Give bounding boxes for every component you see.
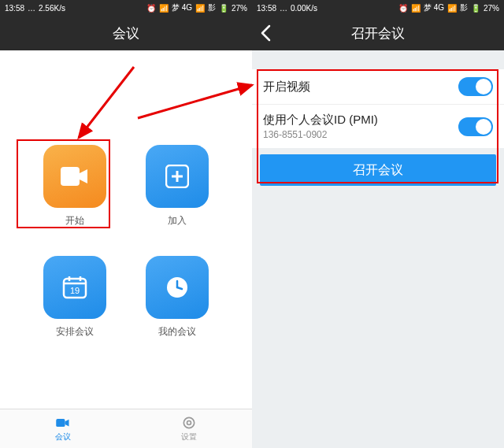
enable-video-label: 开启视频 (263, 80, 310, 94)
tab-meetings[interactable]: 会议 (0, 409, 126, 448)
meetings-body: 开始 加入 19 安排会议 (0, 50, 252, 409)
alarm-icon: ⏰ (398, 4, 408, 13)
svg-rect-0 (61, 167, 80, 186)
tile-start[interactable]: 开始 (24, 145, 126, 228)
row-enable-video[interactable]: 开启视频 (252, 69, 504, 104)
start-meeting-body: 开启视频 使用个人会议ID (PMI) 136-8551-0902 召开会议 (252, 50, 504, 448)
carrier-1: 梦 4G (424, 2, 444, 13)
toggle-use-pmi[interactable] (458, 117, 493, 136)
screen-meetings-home: 13:58 … 2.56K/s ⏰ 📶 梦 4G 📶 影 🔋 27% 会议 (0, 0, 252, 448)
svg-text:19: 19 (70, 286, 80, 295)
chevron-left-icon (260, 24, 271, 42)
signal-icon: 📶 (411, 4, 421, 13)
row-use-pmi[interactable]: 使用个人会议ID (PMI) 136-8551-0902 (252, 104, 504, 148)
tile-start-label: 开始 (65, 214, 84, 228)
use-pmi-label: 使用个人会议ID (PMI) (263, 113, 378, 128)
screen-start-meeting: 13:58 … 0.00K/s ⏰ 📶 梦 4G 📶 影 🔋 27% 召开会议 (252, 0, 504, 448)
tile-schedule[interactable]: 19 安排会议 (24, 256, 126, 339)
alarm-icon: ⏰ (146, 4, 156, 13)
plus-icon (146, 145, 209, 208)
tile-join-label: 加入 (168, 214, 187, 228)
toggle-enable-video[interactable] (458, 77, 493, 96)
calendar-icon: 19 (43, 256, 106, 319)
clock-icon (146, 256, 209, 319)
svg-rect-12 (56, 419, 65, 427)
battery-icon: 🔋 (219, 4, 228, 13)
carrier-2: 影 (208, 2, 216, 13)
back-button[interactable] (260, 16, 271, 50)
tile-my-meetings[interactable]: 我的会议 (126, 256, 228, 339)
status-net-speed: 2.56K/s (39, 4, 65, 13)
tab-meetings-label: 会议 (55, 431, 71, 442)
page-title: 召开会议 (351, 24, 405, 43)
signal-icon: 📶 (159, 4, 169, 13)
carrier-2: 影 (460, 2, 468, 13)
tile-join[interactable]: 加入 (126, 145, 228, 228)
status-net-speed: 0.00K/s (291, 4, 317, 13)
status-time: 13:58 (257, 4, 276, 13)
start-meeting-button-label: 召开会议 (353, 163, 403, 176)
svg-point-14 (187, 421, 191, 425)
nav-bar-right: 召开会议 (252, 16, 504, 50)
status-bar: 13:58 … 2.56K/s ⏰ 📶 梦 4G 📶 影 🔋 27% (0, 0, 252, 16)
pmi-value: 136-8551-0902 (263, 129, 378, 140)
battery-level: 27% (484, 4, 499, 13)
status-bar: 13:58 … 0.00K/s ⏰ 📶 梦 4G 📶 影 🔋 27% (252, 0, 504, 16)
gear-icon (181, 415, 197, 431)
signal-icon: 📶 (195, 4, 205, 13)
video-camera-icon (55, 415, 71, 431)
video-camera-icon (43, 145, 106, 208)
carrier-1: 梦 4G (172, 2, 192, 13)
status-time: 13:58 (5, 4, 24, 13)
svg-point-13 (183, 417, 194, 428)
tile-schedule-label: 安排会议 (56, 325, 94, 339)
signal-icon: 📶 (447, 4, 457, 13)
page-title: 会议 (113, 24, 139, 43)
battery-level: 27% (232, 4, 247, 13)
bottom-tab-bar: 会议 设置 (0, 409, 252, 448)
tab-settings-label: 设置 (181, 431, 197, 442)
tile-mine-label: 我的会议 (158, 325, 196, 339)
battery-icon: 🔋 (471, 4, 480, 13)
tab-settings[interactable]: 设置 (126, 409, 252, 448)
start-meeting-button[interactable]: 召开会议 (260, 154, 496, 186)
nav-bar-left: 会议 (0, 16, 252, 50)
